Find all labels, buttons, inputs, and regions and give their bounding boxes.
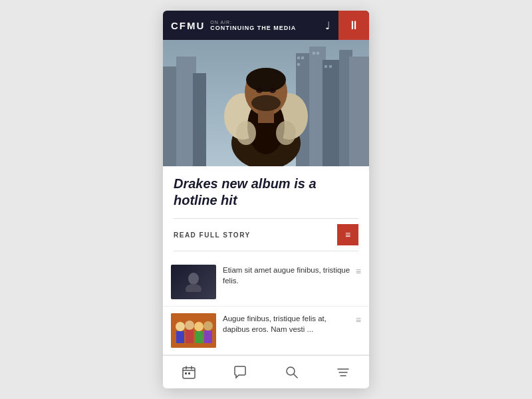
news-list: Etiam sit amet augue finibus, tristique …	[163, 258, 369, 355]
news-thumbnail-2	[171, 313, 216, 348]
svg-rect-14	[325, 65, 327, 68]
news-content-1: Etiam sit amet augue finibus, tristique …	[223, 265, 361, 286]
lines-icon: ≡	[345, 229, 350, 240]
article-title: Drakes new album is a hotline hit	[174, 176, 358, 209]
svg-point-34	[203, 321, 213, 331]
header-right: ♩ ⏸	[317, 11, 369, 40]
header: CFMU ON AIR: CONTINUING THE MEDIA ♩ ⏸	[163, 11, 369, 40]
band-illustration	[171, 313, 216, 348]
svg-rect-36	[186, 330, 194, 343]
svg-rect-11	[297, 63, 300, 66]
news-text-1: Etiam sit amet augue finibus, tristique …	[223, 265, 352, 286]
svg-line-46	[293, 374, 297, 378]
svg-point-33	[194, 322, 203, 331]
nav-calendar[interactable]	[163, 356, 215, 388]
bottom-nav	[163, 355, 369, 388]
svg-rect-44	[188, 372, 190, 374]
hero-illustration	[163, 40, 369, 166]
svg-rect-43	[185, 372, 187, 374]
pause-button[interactable]: ⏸	[338, 11, 369, 40]
news-thumbnail-1	[171, 265, 216, 299]
music-button[interactable]: ♩	[317, 11, 338, 40]
svg-point-29	[186, 284, 201, 292]
thumb-dark-bg	[171, 265, 216, 299]
news-menu-icon-1[interactable]: ≡	[356, 266, 361, 277]
svg-rect-38	[204, 331, 212, 343]
svg-point-25	[251, 95, 281, 111]
on-air-info: ON AIR: CONTINUING THE MEDIA	[210, 20, 296, 31]
article-section: Drakes new album is a hotline hit READ F…	[163, 166, 369, 258]
read-full-label: READ FULL STORY	[174, 231, 251, 239]
svg-rect-10	[301, 57, 304, 59]
svg-point-27	[276, 121, 296, 145]
news-item-2: Augue finibus, tristique felis at, dapib…	[163, 307, 369, 355]
svg-rect-35	[176, 331, 184, 343]
person-silhouette-icon	[184, 272, 203, 292]
svg-point-26	[236, 121, 256, 145]
nav-chat[interactable]	[215, 356, 267, 388]
svg-rect-15	[329, 65, 332, 68]
search-icon	[285, 365, 299, 380]
news-menu-icon-2[interactable]: ≡	[356, 315, 361, 325]
svg-point-28	[188, 273, 199, 285]
filter-icon	[336, 365, 350, 380]
chat-icon	[233, 365, 247, 380]
on-air-label: ON AIR:	[210, 20, 296, 25]
read-full-button[interactable]: ≡	[337, 224, 358, 245]
svg-rect-13	[317, 52, 319, 55]
read-full-row: READ FULL STORY ≡	[174, 218, 358, 251]
svg-rect-5	[349, 57, 369, 166]
svg-rect-37	[195, 331, 203, 343]
svg-point-24	[269, 88, 276, 93]
svg-rect-21	[258, 110, 274, 123]
header-left: CFMU ON AIR: CONTINUING THE MEDIA	[171, 20, 296, 31]
pause-icon: ⏸	[348, 19, 360, 33]
svg-rect-12	[313, 52, 315, 55]
on-air-title: CONTINUING THE MEDIA	[210, 25, 296, 31]
svg-point-31	[176, 322, 185, 331]
calendar-icon	[182, 365, 196, 380]
news-content-2: Augue finibus, tristique felis at, dapib…	[223, 313, 361, 334]
svg-rect-8	[193, 73, 206, 166]
music-note-icon: ♩	[325, 20, 331, 31]
logo: CFMU	[171, 20, 205, 31]
nav-search[interactable]	[266, 356, 318, 388]
svg-point-32	[185, 321, 194, 330]
nav-menu[interactable]	[318, 356, 370, 388]
thumb-colorful-bg	[171, 313, 216, 348]
svg-point-23	[256, 88, 263, 93]
svg-point-22	[246, 68, 286, 92]
news-item: Etiam sit amet augue finibus, tristique …	[163, 258, 369, 307]
hero-image	[163, 40, 369, 166]
svg-rect-9	[297, 57, 300, 59]
phone-container: CFMU ON AIR: CONTINUING THE MEDIA ♩ ⏸	[163, 11, 369, 388]
news-text-2: Augue finibus, tristique felis at, dapib…	[223, 313, 352, 334]
